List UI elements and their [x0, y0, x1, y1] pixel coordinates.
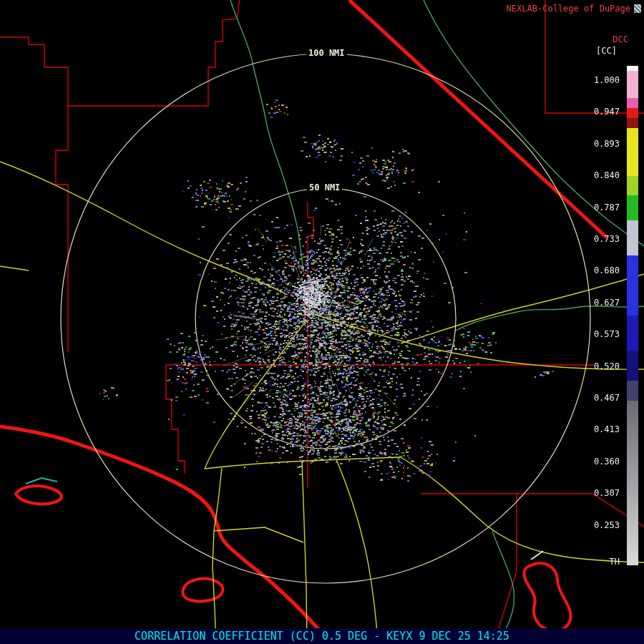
radar-display: 100 NMI 50 NMI NEXLAB-College of DuPage … — [0, 0, 644, 644]
road-line — [308, 312, 644, 369]
river-line — [230, 0, 303, 272]
major-red-features — [0, 0, 607, 644]
misc-white-mark — [531, 551, 543, 560]
county-line — [56, 0, 240, 352]
county-line — [494, 494, 517, 644]
road-line — [0, 162, 288, 295]
map-layer — [0, 0, 644, 644]
road-line — [0, 266, 29, 270]
county-line — [421, 494, 644, 527]
red-outline-blob — [16, 486, 62, 504]
road-line — [336, 459, 378, 644]
county-line — [0, 37, 68, 106]
road-lines — [0, 162, 644, 644]
road-line — [401, 457, 644, 562]
highway-major-line — [349, 0, 607, 238]
road-line — [213, 468, 222, 644]
river-line — [454, 306, 644, 331]
range-ring-50nmi — [195, 188, 456, 449]
red-outline-blob — [524, 563, 570, 631]
range-rings-group — [61, 54, 590, 583]
red-outline-blob — [182, 579, 223, 602]
county-line — [166, 365, 185, 474]
county-line — [308, 202, 313, 488]
river-lines — [26, 0, 644, 644]
road-line — [214, 527, 303, 542]
river-line — [492, 531, 514, 644]
road-line — [401, 274, 644, 343]
river-line — [424, 0, 644, 246]
range-ring-100nmi — [61, 54, 590, 583]
boundary-thick-wavy — [0, 426, 329, 644]
county-line — [545, 0, 644, 113]
stream-line — [26, 478, 57, 484]
county-lines — [0, 0, 644, 644]
